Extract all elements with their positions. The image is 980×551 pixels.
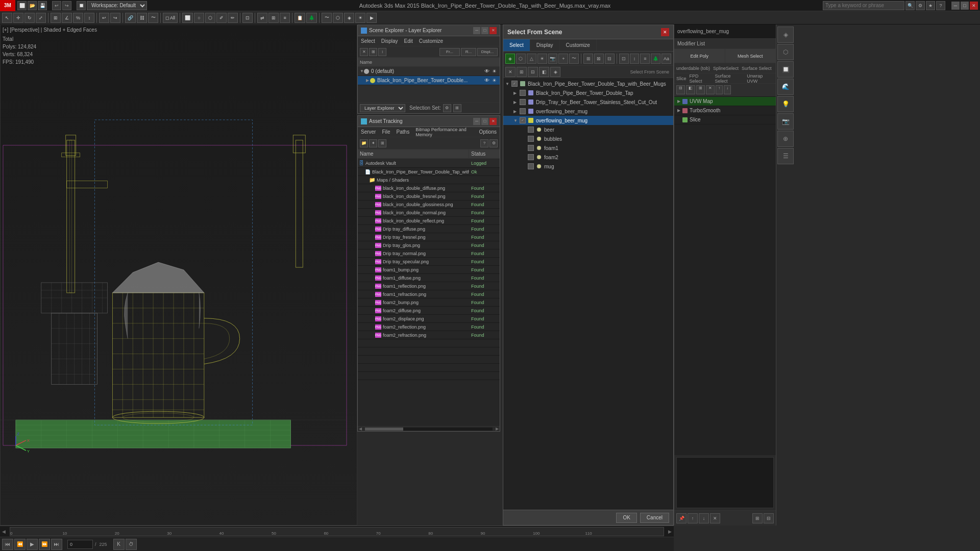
- asset-row-13[interactable]: PNG foam1_refraction.png Found: [358, 290, 500, 298]
- sfs-select-camera-btn[interactable]: 📷: [548, 54, 558, 64]
- star-icon[interactable]: ★: [926, 1, 935, 10]
- se-tool-3[interactable]: ↕: [378, 48, 386, 56]
- mod-sec-6[interactable]: ↓: [724, 85, 731, 94]
- play-btn[interactable]: ▶: [27, 539, 38, 550]
- fence-select-btn[interactable]: ⬡: [205, 13, 215, 23]
- render-btn[interactable]: ▶: [366, 13, 377, 23]
- asset-tracking-minimize-btn[interactable]: ─: [473, 118, 480, 125]
- sfs-select-none-btn[interactable]: ⊠: [594, 54, 604, 64]
- sfs-sort-btn[interactable]: ↕: [630, 54, 640, 64]
- sfs-select-all-btn[interactable]: ⊞: [583, 54, 593, 64]
- circular-select-btn[interactable]: ○: [194, 13, 204, 23]
- scene-explorer-edit-menu[interactable]: Edit: [403, 38, 414, 44]
- next-frame-btn[interactable]: ⏩: [39, 539, 50, 550]
- timeline-left-arrow[interactable]: ◀: [0, 529, 8, 534]
- tree-item-mug[interactable]: mug: [503, 162, 673, 171]
- settings-icon[interactable]: ⚙: [916, 1, 925, 10]
- right-icon-4[interactable]: 🌊: [777, 79, 794, 95]
- right-icon-2[interactable]: ⬡: [777, 44, 794, 60]
- material-editor-btn[interactable]: ◈: [344, 13, 354, 23]
- mod-sec-1[interactable]: ⊟: [676, 85, 685, 94]
- asset-scrollbar-track[interactable]: [365, 428, 493, 431]
- go-to-end-btn[interactable]: ⏭: [51, 539, 62, 550]
- at-tool-1[interactable]: 📁: [360, 139, 368, 147]
- sfs-collapse-icon[interactable]: ⊟: [528, 67, 538, 77]
- tree-checkbox-mug-child[interactable]: [528, 163, 534, 169]
- sfs-cancel-btn[interactable]: Cancel: [640, 513, 669, 523]
- modifier-item-turbosm[interactable]: ▶ TurboSmooth: [674, 106, 776, 115]
- asset-scrollbar-thumb[interactable]: [365, 428, 403, 431]
- key-mode-btn[interactable]: K: [113, 539, 125, 550]
- scene-explorer-customize-menu[interactable]: Customize: [418, 38, 444, 44]
- underdable-btn[interactable]: underdable (tob): [676, 66, 710, 71]
- search-input[interactable]: [823, 1, 904, 10]
- paint-select-btn[interactable]: ✏: [228, 13, 238, 23]
- maps-folder-row[interactable]: 📁 Maps / Shaders: [358, 176, 500, 184]
- sfs-select-shape-btn[interactable]: △: [527, 54, 536, 64]
- time-config-btn[interactable]: ⏱: [126, 539, 137, 550]
- mod-down-btn[interactable]: ↓: [699, 513, 709, 523]
- modifier-item-slice[interactable]: Slice: [674, 115, 776, 124]
- surface-select-btn[interactable]: Surface Select: [742, 66, 772, 71]
- asset-row-9[interactable]: PNG Drip tray_specular.png Found: [358, 258, 500, 266]
- asset-tracking-titlebar[interactable]: Asset Tracking ─ □ ✕: [358, 116, 500, 127]
- align-btn[interactable]: ≡: [280, 13, 290, 23]
- at-file-menu[interactable]: File: [381, 129, 391, 135]
- tree-checkbox-mug1[interactable]: [520, 108, 526, 114]
- scene-explorer-minimize-btn[interactable]: ─: [473, 27, 480, 34]
- sfs-ok-btn[interactable]: OK: [616, 513, 636, 523]
- mod-up-btn[interactable]: ↑: [688, 513, 698, 523]
- timeline-right-arrow[interactable]: ▶: [666, 529, 674, 534]
- right-icon-5[interactable]: 💡: [777, 96, 794, 112]
- lasso-select-btn[interactable]: ✐: [216, 13, 227, 23]
- se-filter-icon[interactable]: ⊞: [453, 104, 461, 112]
- at-help-icon[interactable]: ?: [480, 139, 488, 147]
- asset-row-15[interactable]: PNG foam2_diffuse.png Found: [358, 307, 500, 315]
- spinner-snap-btn[interactable]: ↕: [84, 13, 94, 23]
- workspace-selector[interactable]: Workspace: DefaultWorkspace: Default: [87, 1, 147, 10]
- asset-row-7[interactable]: PNG Drip tray_glos.png Found: [358, 241, 500, 249]
- fpd-select-btn[interactable]: FPD Select: [690, 73, 712, 84]
- asset-row-5[interactable]: PNG Drip tray_diffuse.png Found: [358, 225, 500, 233]
- asset-scrollbar[interactable]: ◀ ▶: [358, 426, 500, 431]
- autodesk-vault-row[interactable]: 🗄 Autodesk Vault Logged: [358, 159, 500, 168]
- timeline-slider-row[interactable]: ◀ 0 10 20 30 40 50 60 70 80 90 100 110 ▶: [0, 526, 674, 537]
- unlink-btn[interactable]: ⛓: [137, 13, 147, 23]
- asset-rows[interactable]: 🗄 Autodesk Vault Logged 📄 Black_Iron_Pip…: [358, 159, 500, 426]
- mod-copy-btn[interactable]: ⊞: [752, 513, 763, 523]
- surface-select-btn2[interactable]: Surface Select: [715, 73, 744, 84]
- asset-row-11[interactable]: PNG foam1_diffuse.png Found: [358, 274, 500, 282]
- tree-item-foam1[interactable]: foam1: [503, 143, 673, 153]
- sfs-expand-icon[interactable]: ⊞: [517, 67, 527, 77]
- main-file-row[interactable]: 📄 Black_Iron_Pipe_Beer_Tower_Double_Tap_…: [358, 168, 500, 176]
- go-to-start-btn[interactable]: ⏮: [2, 539, 13, 550]
- link-btn[interactable]: 🔗: [125, 13, 136, 23]
- scene-explorer-select-menu[interactable]: Select: [360, 38, 376, 44]
- select-mode-btn[interactable]: ↖: [2, 13, 12, 23]
- asset-row-0[interactable]: PNG black_iron_double_diffuse.png Found: [358, 184, 500, 192]
- percent-snap-btn[interactable]: %: [73, 13, 83, 23]
- tree-item-drip[interactable]: ▶ Drip_Tray_for_Beer_Tower_Stainless_Ste…: [503, 97, 673, 107]
- mesh-select-btn[interactable]: Mesh Select: [725, 49, 776, 63]
- se-tool-1[interactable]: ✕: [360, 48, 368, 56]
- asset-row-14[interactable]: PNG foam2_bump.png Found: [358, 298, 500, 307]
- maximize-button[interactable]: □: [961, 2, 969, 10]
- scene-explorer-close-btn[interactable]: ✕: [489, 27, 497, 34]
- tree-item-root[interactable]: ▼ ✓ Black_Iron_Pipe_Beer_Tower_Double_Ta…: [503, 79, 673, 88]
- se-settings-icon[interactable]: ⚙: [443, 104, 451, 112]
- move-btn[interactable]: ✛: [13, 13, 23, 23]
- sfs-filter-sets-btn[interactable]: ⊡: [619, 54, 629, 64]
- asset-row-8[interactable]: PNG Drip tray_normal.png Found: [358, 249, 500, 258]
- select-filter-btn[interactable]: ◻ All: [163, 13, 178, 23]
- right-icon-1[interactable]: ◈: [777, 27, 794, 43]
- tree-item-foam2[interactable]: foam2: [503, 153, 673, 162]
- tree-checkbox-foam2[interactable]: [528, 154, 534, 160]
- bind-space-warp-btn[interactable]: 〜: [148, 13, 158, 23]
- se-tool-2[interactable]: ⊞: [369, 48, 377, 56]
- sfs-object-icon[interactable]: ◈: [550, 67, 560, 77]
- scene-explorer-titlebar[interactable]: Scene Explorer - Layer Explorer ─ □ ✕: [358, 25, 500, 36]
- mod-delete-btn[interactable]: ✕: [710, 513, 720, 523]
- scene-explorer-display-menu[interactable]: Display: [380, 38, 399, 44]
- unwrap-uvw-btn[interactable]: Unwrap UVW: [747, 73, 774, 84]
- asset-row-16[interactable]: PNG foam2_displace.png Found: [358, 315, 500, 323]
